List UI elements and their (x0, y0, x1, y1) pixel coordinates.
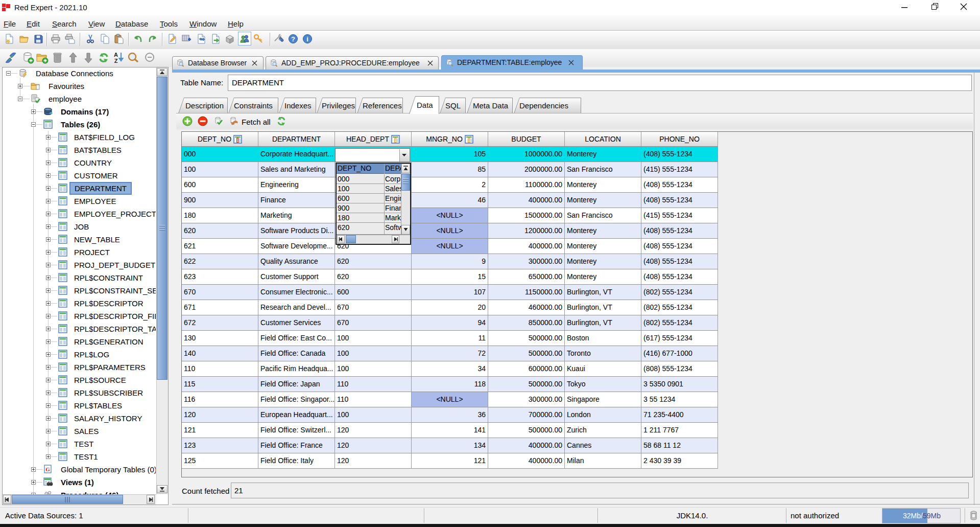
svg-text:A: A (114, 52, 118, 58)
svg-text:Z: Z (114, 58, 118, 64)
svg-text:i: i (306, 35, 308, 43)
svg-text:?: ? (291, 35, 295, 43)
svg-text:G: G (45, 466, 50, 472)
